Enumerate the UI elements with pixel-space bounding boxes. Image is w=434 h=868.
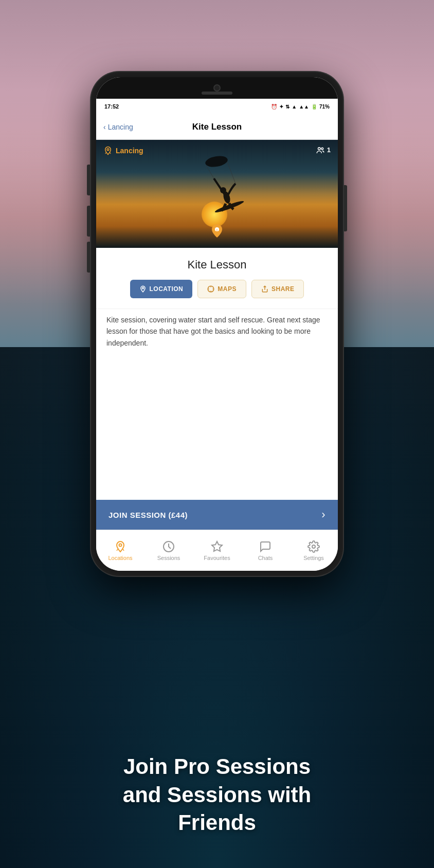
hero-people-count: 1 — [327, 146, 331, 154]
content-area: Kite Lesson LOCATION — [96, 248, 338, 500]
back-button[interactable]: ‹ Lancing — [103, 123, 133, 131]
screen-content: 17:52 ⏰ ✦ ⇅ ▲ ▲▲ 🔋 71% ‹ Lanci — [96, 99, 338, 571]
sessions-nav-icon — [162, 540, 175, 553]
kite-surfer-silhouette — [198, 155, 260, 219]
battery-icon: 🔋 — [311, 104, 317, 110]
action-buttons: LOCATION MAPS — [96, 280, 338, 309]
join-chevron-icon: › — [321, 508, 326, 521]
svg-point-5 — [205, 155, 229, 169]
favourites-nav-icon — [211, 540, 223, 553]
svg-point-8 — [321, 148, 323, 150]
phone-speaker — [202, 92, 232, 95]
share-button[interactable]: SHARE — [251, 280, 304, 298]
nav-item-settings[interactable]: Settings — [290, 536, 338, 565]
locations-nav-label: Locations — [108, 555, 132, 561]
settings-nav-label: Settings — [303, 555, 324, 561]
nav-item-chats[interactable]: Chats — [241, 536, 290, 565]
chats-nav-icon — [259, 540, 272, 553]
hero-location-text: Lancing — [116, 147, 143, 155]
activity-description: Kite session, covering water start and s… — [96, 309, 338, 361]
nav-title: Kite Lesson — [192, 122, 242, 132]
svg-point-7 — [318, 147, 320, 150]
status-bar: 17:52 ⏰ ✦ ⇅ ▲ ▲▲ 🔋 71% — [96, 99, 338, 114]
phone-device: 17:52 ⏰ ✦ ⇅ ▲ ▲▲ 🔋 71% ‹ Lanci — [91, 72, 343, 576]
svg-line-4 — [227, 160, 236, 184]
phone-inner: 17:52 ⏰ ✦ ⇅ ▲ ▲▲ 🔋 71% ‹ Lanci — [96, 77, 338, 571]
svg-point-14 — [119, 544, 122, 546]
phone-outer: 17:52 ⏰ ✦ ⇅ ▲ ▲▲ 🔋 71% ‹ Lanci — [91, 72, 343, 576]
bottom-nav: Locations Sessions Favourites — [96, 530, 338, 571]
settings-nav-icon — [308, 540, 320, 553]
nav-item-locations[interactable]: Locations — [96, 536, 144, 565]
bluetooth-icon: ✦ — [279, 104, 283, 110]
join-session-label: JOIN SESSION (£44) — [109, 511, 188, 519]
alarm-icon: ⏰ — [271, 104, 277, 110]
status-time: 17:52 — [104, 103, 119, 110]
favourites-nav-label: Favourites — [204, 555, 230, 561]
camera-lens — [213, 84, 221, 92]
nav-item-favourites[interactable]: Favourites — [193, 536, 241, 565]
tagline: Join Pro Sessions and Sessions with Frie… — [0, 753, 434, 837]
activity-title: Kite Lesson — [96, 248, 338, 280]
status-icons: ⏰ ✦ ⇅ ▲ ▲▲ 🔋 71% — [271, 104, 330, 110]
maps-button[interactable]: MAPS — [197, 280, 246, 298]
join-session-button[interactable]: JOIN SESSION (£44) › — [96, 500, 338, 530]
sessions-nav-label: Sessions — [157, 555, 180, 561]
back-label: Lancing — [108, 123, 133, 131]
svg-point-11 — [142, 287, 143, 289]
chats-nav-label: Chats — [258, 555, 273, 561]
svg-point-6 — [107, 149, 109, 151]
sync-icon: ⇅ — [285, 104, 290, 110]
battery-percent: 71% — [319, 104, 330, 110]
wifi-icon: ▲ — [292, 104, 297, 110]
svg-point-16 — [312, 545, 315, 548]
nav-item-sessions[interactable]: Sessions — [144, 536, 193, 565]
info-pin-icon[interactable]: i — [212, 224, 222, 241]
svg-text:i: i — [216, 228, 218, 232]
locations-nav-icon — [114, 540, 126, 553]
nav-header: ‹ Lancing Kite Lesson — [96, 114, 338, 140]
svg-line-3 — [206, 166, 214, 178]
back-chevron-icon: ‹ — [103, 123, 106, 131]
phone-camera-bar — [96, 77, 338, 99]
hero-location-badge: Lancing — [103, 146, 143, 155]
hero-people-badge: 1 — [316, 146, 331, 154]
location-button[interactable]: LOCATION — [130, 280, 193, 298]
signal-icon: ▲▲ — [299, 104, 309, 110]
hero-image: Lancing 1 — [96, 140, 338, 248]
